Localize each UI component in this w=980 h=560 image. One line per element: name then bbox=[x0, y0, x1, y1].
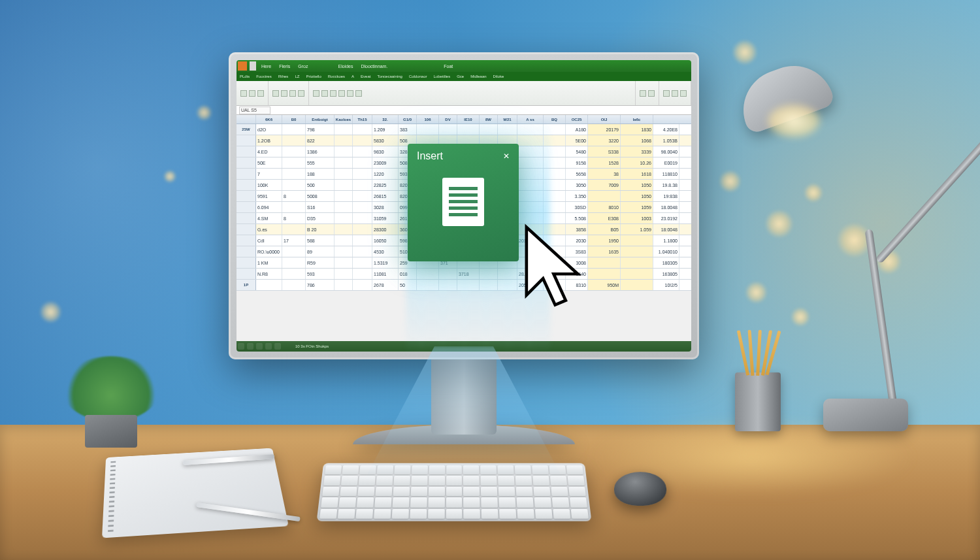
cell[interactable] bbox=[544, 135, 566, 146]
task-icon[interactable] bbox=[265, 343, 272, 350]
ribbon-tab[interactable]: PLdts bbox=[240, 74, 250, 78]
cell[interactable]: 1528 bbox=[588, 157, 621, 168]
cell[interactable] bbox=[353, 202, 372, 212]
cell[interactable] bbox=[353, 124, 372, 135]
cell[interactable] bbox=[353, 169, 372, 179]
cell[interactable]: 5008 bbox=[306, 191, 335, 201]
cell[interactable] bbox=[517, 146, 544, 157]
cell[interactable] bbox=[335, 269, 353, 279]
cell[interactable]: 1050 bbox=[621, 191, 653, 201]
column-header[interactable]: A ss bbox=[517, 115, 544, 124]
cell[interactable] bbox=[544, 124, 566, 135]
cell[interactable] bbox=[282, 146, 306, 157]
cell[interactable] bbox=[335, 180, 353, 190]
cell[interactable]: 10.26 bbox=[621, 157, 653, 168]
row-header[interactable] bbox=[237, 146, 256, 157]
cell[interactable] bbox=[282, 269, 306, 279]
tool-icon[interactable] bbox=[330, 90, 336, 97]
file-tab[interactable] bbox=[238, 61, 247, 71]
ribbon-tab[interactable]: A bbox=[351, 74, 354, 78]
cell[interactable] bbox=[353, 224, 372, 235]
cell[interactable] bbox=[282, 180, 306, 190]
cell[interactable] bbox=[544, 157, 566, 168]
cell[interactable]: 9830 bbox=[372, 146, 399, 157]
cell[interactable]: 5830 bbox=[372, 135, 399, 146]
cell[interactable]: 3.350 bbox=[566, 191, 588, 201]
cell[interactable]: 163805 bbox=[653, 269, 679, 279]
cell[interactable] bbox=[498, 269, 517, 279]
tool-icon[interactable] bbox=[663, 90, 670, 97]
cell[interactable]: Cdl bbox=[256, 235, 282, 246]
cell[interactable]: 4.ED bbox=[256, 146, 282, 157]
column-header[interactable]: B0 bbox=[282, 115, 306, 124]
name-box[interactable]: UAL S5 bbox=[239, 107, 270, 114]
column-header[interactable]: la6c bbox=[621, 115, 653, 124]
menu-item[interactable]: Groz bbox=[298, 64, 308, 69]
cell[interactable]: 018 bbox=[399, 269, 417, 279]
cell[interactable]: 588 bbox=[306, 235, 335, 246]
cell[interactable]: 38 bbox=[588, 169, 621, 179]
ribbon-tab[interactable]: Diloke bbox=[493, 74, 504, 78]
cell[interactable]: 1220 bbox=[372, 169, 399, 179]
column-header[interactable]: G1/0 bbox=[399, 115, 417, 124]
row-header[interactable] bbox=[237, 246, 256, 257]
cell[interactable] bbox=[588, 191, 621, 201]
cell[interactable] bbox=[457, 124, 480, 135]
cell[interactable]: 1.5319 bbox=[372, 257, 399, 268]
cell[interactable]: 1.059 bbox=[621, 224, 653, 235]
cell[interactable]: 20179 bbox=[588, 124, 621, 135]
cell[interactable] bbox=[353, 157, 372, 168]
cell[interactable] bbox=[517, 180, 544, 190]
ribbon-tab[interactable]: Rocckoes bbox=[328, 74, 345, 78]
row-header[interactable] bbox=[237, 257, 256, 268]
cell[interactable] bbox=[282, 157, 306, 168]
cell[interactable] bbox=[353, 257, 372, 268]
cell[interactable]: 1.209 bbox=[372, 124, 399, 135]
cell[interactable] bbox=[335, 280, 353, 290]
cell[interactable]: 1618 bbox=[621, 169, 653, 179]
row-header[interactable] bbox=[237, 169, 256, 179]
cell[interactable] bbox=[335, 169, 353, 179]
cell[interactable] bbox=[417, 124, 439, 135]
tool-icon[interactable] bbox=[298, 90, 304, 97]
cell[interactable]: A180 bbox=[566, 124, 588, 135]
cell[interactable] bbox=[417, 280, 439, 290]
cell[interactable]: 23009 bbox=[372, 157, 399, 168]
cell[interactable] bbox=[282, 224, 306, 235]
cell[interactable] bbox=[498, 124, 517, 135]
ribbon-tab[interactable]: Coldonaor bbox=[409, 74, 427, 78]
ribbon-tab[interactable]: Eveat bbox=[361, 74, 370, 78]
ribbon-tab[interactable]: Gce bbox=[457, 74, 464, 78]
cell[interactable] bbox=[256, 280, 282, 290]
cell[interactable] bbox=[544, 213, 566, 223]
cell[interactable]: 5658 bbox=[566, 169, 588, 179]
cell[interactable]: 10!2/5 bbox=[653, 280, 679, 290]
cell[interactable] bbox=[517, 202, 544, 212]
ribbon-tab[interactable]: Midleaan bbox=[470, 74, 486, 78]
cell[interactable]: G.es bbox=[256, 224, 282, 235]
column-header[interactable]: BQ bbox=[544, 115, 566, 124]
cell[interactable] bbox=[353, 280, 372, 290]
column-header[interactable]: IE10 bbox=[457, 115, 480, 124]
cell[interactable]: 2678 bbox=[372, 280, 399, 290]
cell[interactable] bbox=[544, 146, 566, 157]
cell[interactable] bbox=[517, 135, 544, 146]
tool-icon[interactable] bbox=[272, 90, 279, 97]
cell[interactable]: 822 bbox=[306, 135, 335, 146]
cell[interactable] bbox=[621, 280, 653, 290]
tool-icon[interactable] bbox=[321, 90, 328, 97]
cell[interactable] bbox=[353, 180, 372, 190]
cell[interactable]: E0019 bbox=[653, 157, 679, 168]
cell[interactable]: 4530 bbox=[372, 246, 399, 257]
cell[interactable] bbox=[353, 191, 372, 201]
cell[interactable]: 50 bbox=[399, 280, 417, 290]
cell[interactable] bbox=[282, 257, 306, 268]
cell[interactable] bbox=[621, 246, 653, 257]
cell[interactable]: 5.508 bbox=[566, 213, 588, 223]
cell[interactable] bbox=[457, 280, 480, 290]
cell[interactable]: 180305 bbox=[653, 257, 679, 268]
cell[interactable]: 1059 bbox=[621, 202, 653, 212]
column-header[interactable]: 6K6 bbox=[256, 115, 282, 124]
cell[interactable]: 17 bbox=[282, 235, 306, 246]
tool-icon[interactable] bbox=[648, 90, 655, 97]
